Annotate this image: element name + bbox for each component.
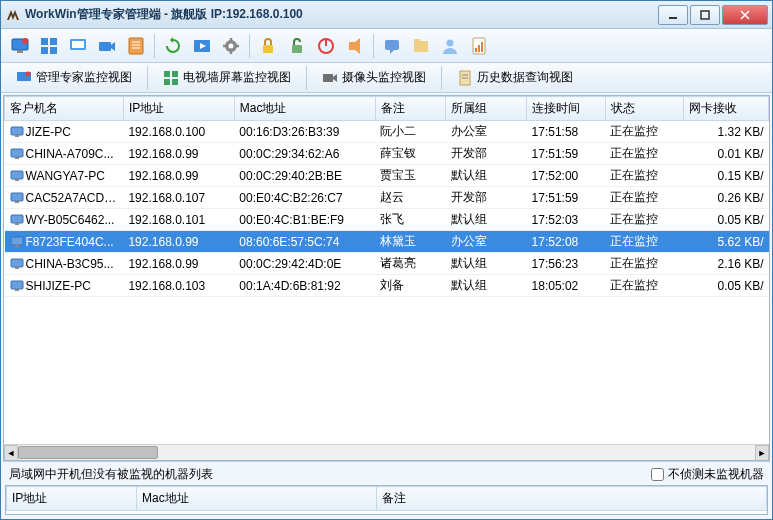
scroll-thumb[interactable] — [18, 446, 158, 459]
table-row[interactable]: F8723FE404C...192.168.0.9908:60:6E:57:5C… — [5, 231, 769, 253]
cell-mac: 00:E0:4C:B1:BE:F9 — [234, 209, 375, 231]
svg-rect-32 — [475, 48, 477, 52]
table-scroll[interactable]: 客户机名 IP地址 Mac地址 备注 所属组 连接时间 状态 网卡接收 JIZE… — [4, 96, 769, 444]
bottom-col-remark[interactable]: 备注 — [377, 487, 767, 511]
cell-group: 开发部 — [446, 187, 527, 209]
col-remark[interactable]: 备注 — [375, 97, 446, 121]
cell-client: SHIJIZE-PC — [5, 275, 124, 297]
toolbar-report-icon[interactable] — [466, 33, 492, 59]
bottom-col-ip[interactable]: IP地址 — [7, 487, 137, 511]
checkbox-input[interactable] — [651, 468, 664, 481]
tab-label: 管理专家监控视图 — [36, 69, 132, 86]
no-detect-checkbox[interactable]: 不侦测未监视机器 — [651, 466, 764, 483]
tab-separator — [147, 66, 148, 90]
svg-rect-50 — [15, 179, 19, 181]
maximize-button[interactable] — [690, 5, 720, 25]
cell-status: 正在监控 — [605, 121, 684, 143]
toolbar-unlock-icon[interactable] — [284, 33, 310, 59]
toolbar-settings-icon[interactable] — [218, 33, 244, 59]
cell-netrecv: 0.15 KB/ — [684, 165, 769, 187]
table-row[interactable]: WANGYA7-PC192.168.0.9900:0C:29:40:2B:BE贾… — [5, 165, 769, 187]
toolbar-play-icon[interactable] — [189, 33, 215, 59]
cell-remark: 薛宝钗 — [375, 143, 446, 165]
tab-tvwall-view[interactable]: 电视墙屏幕监控视图 — [154, 65, 300, 90]
col-status[interactable]: 状态 — [605, 97, 684, 121]
scroll-left-arrow[interactable]: ◄ — [4, 445, 18, 461]
cell-ip: 192.168.0.107 — [123, 187, 234, 209]
cell-remark: 赵云 — [375, 187, 446, 209]
bottom-panel: 局域网中开机但没有被监视的机器列表 不侦测未监视机器 IP地址 Mac地址 备注 — [3, 461, 770, 517]
cell-client: CHINA-A709C... — [5, 143, 124, 165]
cell-ip: 192.168.0.99 — [123, 253, 234, 275]
svg-point-4 — [22, 38, 28, 44]
table-row[interactable]: CAC52A7ACD7...192.168.0.10700:E0:4C:B2:2… — [5, 187, 769, 209]
svg-rect-57 — [11, 259, 23, 267]
toolbar-monitor-icon[interactable] — [7, 33, 33, 59]
tab-label: 历史数据查询视图 — [477, 69, 573, 86]
tab-camera-view[interactable]: 摄像头监控视图 — [313, 65, 435, 90]
table-row[interactable]: CHINA-A709C...192.168.0.9900:0C:29:34:62… — [5, 143, 769, 165]
table-row[interactable]: SHIJIZE-PC192.168.0.10300:1A:4D:6B:81:92… — [5, 275, 769, 297]
tab-monitor-view[interactable]: 管理专家监控视图 — [7, 65, 141, 90]
toolbar-lock-icon[interactable] — [255, 33, 281, 59]
col-client[interactable]: 客户机名 — [5, 97, 124, 121]
cell-remark: 诸葛亮 — [375, 253, 446, 275]
svg-rect-59 — [11, 281, 23, 289]
document-icon — [457, 70, 473, 86]
toolbar-wall-icon[interactable] — [36, 33, 62, 59]
horizontal-scrollbar[interactable]: ◄ ► — [4, 444, 769, 460]
svg-rect-38 — [172, 71, 178, 77]
cell-client: WANGYA7-PC — [5, 165, 124, 187]
tab-history-view[interactable]: 历史数据查询视图 — [448, 65, 582, 90]
scroll-right-arrow[interactable]: ► — [755, 445, 769, 461]
cell-status: 正在监控 — [605, 165, 684, 187]
cell-group: 办公室 — [446, 231, 527, 253]
cell-client: CAC52A7ACD7... — [5, 187, 124, 209]
col-netrecv[interactable]: 网卡接收 — [684, 97, 769, 121]
cell-conntime: 17:52:03 — [527, 209, 606, 231]
window-title: WorkWin管理专家管理端 - 旗舰版 IP:192.168.0.100 — [25, 6, 658, 23]
col-group[interactable]: 所属组 — [446, 97, 527, 121]
toolbar-camera-icon[interactable] — [94, 33, 120, 59]
toolbar-screen-icon[interactable] — [65, 33, 91, 59]
svg-rect-48 — [15, 157, 19, 159]
svg-rect-47 — [11, 149, 23, 157]
toolbar-power-icon[interactable] — [313, 33, 339, 59]
tab-label: 电视墙屏幕监控视图 — [183, 69, 291, 86]
col-ip[interactable]: IP地址 — [123, 97, 234, 121]
cell-client: F8723FE404C... — [5, 231, 124, 253]
table-header: 客户机名 IP地址 Mac地址 备注 所属组 连接时间 状态 网卡接收 — [5, 97, 769, 121]
svg-rect-6 — [50, 38, 57, 45]
cell-netrecv: 1.32 KB/ — [684, 121, 769, 143]
col-mac[interactable]: Mac地址 — [234, 97, 375, 121]
client-table: 客户机名 IP地址 Mac地址 备注 所属组 连接时间 状态 网卡接收 JIZE… — [3, 95, 770, 461]
toolbar-files-icon[interactable] — [408, 33, 434, 59]
minimize-button[interactable] — [658, 5, 688, 25]
toolbar-broadcast-icon[interactable] — [342, 33, 368, 59]
close-button[interactable] — [722, 5, 768, 25]
cell-conntime: 17:52:08 — [527, 231, 606, 253]
monitor-icon — [16, 70, 32, 86]
cell-remark: 阮小二 — [375, 121, 446, 143]
table-row[interactable]: CHINA-B3C95...192.168.0.9900:0C:29:42:4D… — [5, 253, 769, 275]
checkbox-label: 不侦测未监视机器 — [668, 466, 764, 483]
cell-ip: 192.168.0.101 — [123, 209, 234, 231]
toolbar-user-icon[interactable] — [437, 33, 463, 59]
svg-rect-24 — [292, 45, 302, 53]
table-row[interactable]: JIZE-PC192.168.0.10000:16:D3:26:B3:39阮小二… — [5, 121, 769, 143]
titlebar: WorkWin管理专家管理端 - 旗舰版 IP:192.168.0.100 — [1, 1, 772, 29]
cell-mac: 00:E0:4C:B2:26:C7 — [234, 187, 375, 209]
svg-rect-1 — [701, 11, 709, 19]
svg-rect-0 — [669, 17, 677, 19]
svg-rect-7 — [41, 47, 48, 54]
tab-separator — [441, 66, 442, 90]
toolbar-history-icon[interactable] — [123, 33, 149, 59]
col-conntime[interactable]: 连接时间 — [527, 97, 606, 121]
toolbar-chat-icon[interactable] — [379, 33, 405, 59]
computer-icon — [10, 214, 24, 226]
table-row[interactable]: WY-B05C6462...192.168.0.10100:E0:4C:B1:B… — [5, 209, 769, 231]
bottom-header: 局域网中开机但没有被监视的机器列表 不侦测未监视机器 — [5, 464, 768, 485]
svg-rect-33 — [478, 45, 480, 52]
toolbar-refresh-icon[interactable] — [160, 33, 186, 59]
bottom-col-mac[interactable]: Mac地址 — [137, 487, 377, 511]
